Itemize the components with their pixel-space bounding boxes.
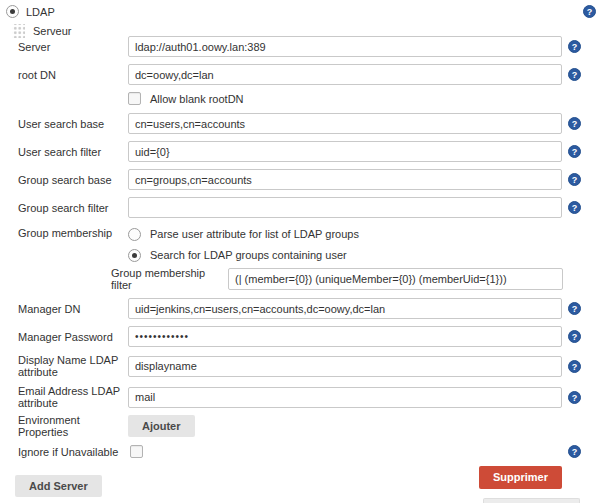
group-membership-filter-input[interactable] (228, 268, 563, 290)
user-search-filter-input[interactable] (128, 141, 562, 162)
manager-dn-row: Manager DN ? (18, 298, 581, 319)
user-search-base-input[interactable] (128, 113, 562, 134)
add-server-button[interactable]: Add Server (15, 475, 102, 497)
allow-blank-rootdn-row: Allow blank rootDN (128, 92, 581, 105)
help-icon[interactable]: ? (568, 173, 581, 186)
root-dn-row: root DN ? (18, 64, 581, 85)
server-row: Server ? (18, 36, 581, 57)
group-search-base-input[interactable] (128, 169, 562, 190)
allow-blank-rootdn-label: Allow blank rootDN (150, 93, 244, 105)
user-search-filter-row: User search filter ? (18, 141, 581, 162)
group-search-filter-input[interactable] (128, 197, 562, 218)
add-environment-property-button[interactable]: Ajouter (128, 415, 195, 437)
environment-properties-row: Environment Properties Ajouter (18, 414, 581, 438)
help-icon[interactable]: ? (568, 145, 581, 158)
parse-user-attribute-radio[interactable] (128, 228, 141, 241)
display-name-attr-row: Display Name LDAP attribute ? (18, 354, 581, 378)
group-search-filter-label: Group search filter (18, 202, 128, 214)
manager-dn-label: Manager DN (18, 303, 128, 315)
group-search-base-label: Group search base (18, 174, 128, 186)
group-search-base-row: Group search base ? (18, 169, 581, 190)
help-icon[interactable]: ? (583, 5, 596, 18)
delete-server-button[interactable]: Supprimer (479, 466, 562, 489)
ldap-radio-row: LDAP (6, 5, 55, 18)
help-icon[interactable]: ? (568, 360, 581, 373)
manager-password-input[interactable] (128, 326, 562, 347)
server-input[interactable] (128, 36, 562, 57)
user-search-base-row: User search base ? (18, 113, 581, 134)
ldap-server-form: Server ? root DN ? Allow blank rootDN Us… (18, 36, 581, 489)
group-membership-option-search: Search for LDAP groups containing user (128, 246, 581, 264)
root-dn-input[interactable] (128, 64, 562, 85)
group-membership-filter-row: Group membership filter (111, 267, 581, 291)
manager-dn-input[interactable] (128, 298, 562, 319)
server-label: Server (18, 41, 128, 53)
email-attr-label: Email Address LDAP attribute (18, 385, 128, 409)
email-attr-input[interactable] (128, 387, 562, 408)
email-attr-row: Email Address LDAP attribute ? (18, 385, 581, 409)
root-dn-label: root DN (18, 69, 128, 81)
ignore-if-unavailable-label: Ignore if Unavailable (18, 446, 128, 458)
help-icon[interactable]: ? (568, 391, 581, 404)
help-icon[interactable]: ? (568, 68, 581, 81)
manager-password-row: Manager Password ? (18, 326, 581, 347)
environment-properties-label: Environment Properties (18, 414, 128, 438)
manager-password-label: Manager Password (18, 331, 128, 343)
group-membership-label: Group membership (18, 225, 128, 239)
display-name-attr-label: Display Name LDAP attribute (18, 354, 128, 378)
partially-visible-button[interactable] (483, 498, 580, 503)
search-ldap-groups-label: Search for LDAP groups containing user (150, 249, 347, 261)
group-search-filter-row: Group search filter ? (18, 197, 581, 218)
help-icon[interactable]: ? (568, 117, 581, 130)
user-search-filter-label: User search filter (18, 146, 128, 158)
display-name-attr-input[interactable] (128, 356, 562, 377)
ignore-if-unavailable-row: Ignore if Unavailable ? (18, 445, 581, 458)
help-icon[interactable]: ? (568, 201, 581, 214)
help-icon[interactable]: ? (568, 302, 581, 315)
search-ldap-groups-radio[interactable] (128, 249, 141, 262)
group-membership-option-parse: Parse user attribute for list of LDAP gr… (128, 225, 581, 243)
help-icon[interactable]: ? (568, 330, 581, 343)
ldap-radio-label: LDAP (26, 6, 55, 18)
allow-blank-rootdn-checkbox[interactable] (128, 92, 141, 105)
group-membership-row: Group membership Parse user attribute fo… (18, 225, 581, 291)
parse-user-attribute-label: Parse user attribute for list of LDAP gr… (150, 228, 359, 240)
group-membership-filter-label: Group membership filter (111, 267, 225, 291)
ldap-radio[interactable] (6, 5, 19, 18)
user-search-base-label: User search base (18, 118, 128, 130)
ignore-if-unavailable-checkbox[interactable] (130, 445, 143, 458)
help-icon[interactable]: ? (568, 445, 581, 458)
help-icon[interactable]: ? (568, 40, 581, 53)
